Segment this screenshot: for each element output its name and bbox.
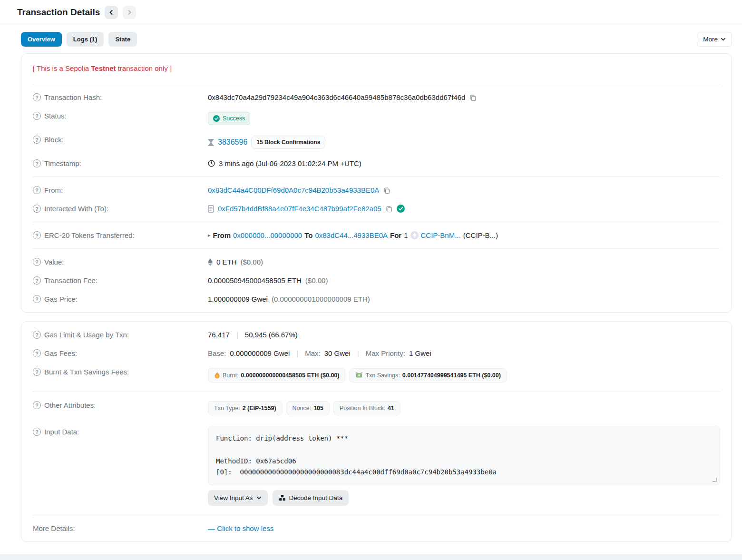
transfer-from-label: From bbox=[213, 231, 231, 239]
erc20-label-group: ? ERC-20 Tokens Transferred: bbox=[33, 231, 208, 239]
hourglass-icon bbox=[208, 139, 214, 146]
help-icon[interactable]: ? bbox=[33, 93, 41, 101]
help-icon[interactable]: ? bbox=[33, 159, 41, 167]
copy-interacted-with-address-button[interactable] bbox=[385, 205, 393, 213]
transaction-fee-usd: ($0.00) bbox=[305, 276, 328, 285]
help-icon[interactable]: ? bbox=[33, 112, 41, 120]
block-number-link[interactable]: 3836596 bbox=[218, 138, 247, 147]
gas-fees-max-label: Max: bbox=[305, 349, 321, 357]
decode-input-data-button[interactable]: Decode Input Data bbox=[273, 490, 349, 506]
help-icon[interactable]: ? bbox=[33, 136, 41, 144]
block-row: ? Block: 3836596 15 Block Confirmations bbox=[33, 130, 720, 154]
value-usd: ($0.00) bbox=[241, 258, 264, 266]
interacted-with-label: Interacted With (To): bbox=[44, 205, 108, 213]
eth-diamond-icon bbox=[208, 258, 213, 266]
position-in-block-label: Position In Block: bbox=[340, 405, 385, 412]
help-icon[interactable]: ? bbox=[33, 331, 41, 339]
input-data-label: Input Data: bbox=[44, 428, 79, 436]
gas-limit-usage-label: Gas Limit & Usage by Txn: bbox=[44, 331, 129, 339]
timestamp-label-group: ? Timestamp: bbox=[33, 159, 208, 167]
transaction-fee-label-group: ? Transaction Fee: bbox=[33, 276, 208, 285]
nonce-badge: Nonce: 105 bbox=[286, 401, 330, 415]
help-icon[interactable]: ? bbox=[33, 368, 41, 376]
chevron-right-icon bbox=[127, 10, 132, 15]
help-icon[interactable]: ? bbox=[33, 231, 41, 239]
chevron-down-icon bbox=[721, 37, 726, 42]
burnt-fees-badge: Burnt: 0.000000000000458505 ETH ($0.00) bbox=[208, 368, 345, 383]
burnt-value: 0.000000000000458505 ETH ($0.00) bbox=[241, 372, 339, 379]
position-in-block-value: 41 bbox=[388, 405, 394, 412]
interacted-with-row: ? Interacted With (To): 0xFd57b4ddBf88a4… bbox=[33, 199, 720, 218]
timestamp-value: 3 mins ago (Jul-06-2023 01:02:24 PM +UTC… bbox=[219, 159, 361, 167]
gas-fees-label-group: ? Gas Fees: bbox=[33, 349, 208, 357]
other-attributes-label: Other Attributes: bbox=[44, 401, 96, 409]
decode-input-data-label: Decode Input Data bbox=[289, 494, 343, 501]
copy-transaction-hash-button[interactable] bbox=[469, 94, 477, 101]
help-icon[interactable]: ? bbox=[33, 401, 41, 409]
input-data-row: ? Input Data: Function: drip(address tok… bbox=[33, 421, 720, 511]
value-row: ? Value: 0 ETH ($0.00) bbox=[33, 253, 720, 271]
testnet-notice-bold: Testnet bbox=[91, 64, 116, 72]
status-label: Status: bbox=[44, 112, 67, 120]
erc20-transfer-label: ERC-20 Tokens Transferred: bbox=[44, 231, 135, 239]
transaction-fee-row: ? Transaction Fee: 0.000050945000458505 … bbox=[33, 271, 720, 290]
click-to-show-less-link[interactable]: — Click to show less bbox=[208, 524, 273, 532]
gas-usage-value: 50,945 (66.67%) bbox=[245, 331, 298, 339]
next-transaction-button[interactable] bbox=[123, 6, 136, 19]
from-label: From: bbox=[44, 186, 63, 194]
other-attributes-label-group: ? Other Attributes: bbox=[33, 401, 208, 409]
block-label-group: ? Block: bbox=[33, 136, 208, 144]
timestamp-row: ? Timestamp: 3 mins ago (Jul-06-2023 01:… bbox=[33, 154, 720, 173]
help-icon[interactable]: ? bbox=[33, 258, 41, 266]
interacted-with-address-link[interactable]: 0xFd57b4ddBf88a4e07fF4e34C487b99af2Fe82a… bbox=[218, 205, 381, 213]
gas-price-label-group: ? Gas Price: bbox=[33, 295, 208, 303]
input-data-textarea[interactable]: Function: drip(address token) *** Method… bbox=[208, 426, 720, 485]
more-details-label: More Details: bbox=[33, 524, 75, 532]
copy-from-address-button[interactable] bbox=[383, 187, 391, 194]
transfer-from-address-link[interactable]: 0x000000...00000000 bbox=[233, 231, 302, 239]
divider bbox=[33, 392, 720, 392]
gas-limit-usage-label-group: ? Gas Limit & Usage by Txn: bbox=[33, 331, 208, 339]
help-icon[interactable]: ? bbox=[33, 276, 41, 285]
burnt-savings-row: ? Burnt & Txn Savings Fees: Burnt: 0.000… bbox=[33, 363, 720, 388]
page-title: Transaction Details bbox=[17, 7, 100, 18]
transaction-hash-label-group: ? Transaction Hash: bbox=[33, 93, 208, 101]
verified-check-icon bbox=[397, 205, 405, 213]
divider bbox=[33, 248, 720, 249]
burnt-savings-label: Burnt & Txn Savings Fees: bbox=[44, 368, 129, 376]
burnt-savings-label-group: ? Burnt & Txn Savings Fees: bbox=[33, 368, 208, 376]
tab-logs[interactable]: Logs (1) bbox=[67, 32, 104, 47]
gas-limit-value: 76,417 bbox=[208, 331, 230, 339]
value-label-group: ? Value: bbox=[33, 258, 208, 266]
tab-overview[interactable]: Overview bbox=[21, 32, 62, 47]
help-icon[interactable]: ? bbox=[33, 186, 41, 194]
erc20-transfer-row: ? ERC-20 Tokens Transferred: ▸ From 0x00… bbox=[33, 226, 720, 245]
more-button[interactable]: More bbox=[697, 32, 732, 47]
gas-limit-usage-row: ? Gas Limit & Usage by Txn: 76,417 | 50,… bbox=[33, 325, 720, 344]
caret-right-icon: ▸ bbox=[208, 232, 211, 238]
gas-fees-row: ? Gas Fees: Base: 0.000000009 Gwei | Max… bbox=[33, 344, 720, 363]
from-address-link[interactable]: 0x83dC44a4C00DFf69d0A0c7c94B20b53a4933BE… bbox=[208, 186, 379, 194]
nonce-label: Nonce: bbox=[293, 405, 312, 412]
tab-state[interactable]: State bbox=[108, 32, 137, 47]
testnet-notice-prefix: [ This is a Sepolia bbox=[33, 64, 91, 72]
help-icon[interactable]: ? bbox=[33, 428, 41, 436]
footer-background-strip bbox=[0, 554, 742, 560]
help-icon[interactable]: ? bbox=[33, 205, 41, 213]
help-icon[interactable]: ? bbox=[33, 349, 41, 357]
tab-bar: Overview Logs (1) State More bbox=[0, 24, 742, 53]
more-button-label: More bbox=[703, 36, 718, 43]
transfer-to-address-link[interactable]: 0x83dC44...4933BE0A bbox=[315, 231, 388, 239]
input-data-label-group: ? Input Data: bbox=[33, 426, 208, 436]
money-wings-icon bbox=[355, 372, 363, 378]
chevron-down-icon bbox=[256, 495, 262, 501]
gas-price-label: Gas Price: bbox=[44, 295, 78, 303]
view-input-as-button[interactable]: View Input As bbox=[208, 490, 268, 506]
block-label: Block: bbox=[44, 136, 64, 144]
help-icon[interactable]: ? bbox=[33, 295, 41, 303]
previous-transaction-button[interactable] bbox=[105, 6, 118, 19]
token-name-link[interactable]: CCIP-BnM... bbox=[421, 231, 461, 239]
transaction-hash-value: 0x843dc70a4a29d79234c49a904c363d6c46640a… bbox=[208, 93, 465, 101]
decode-cubes-icon bbox=[279, 494, 286, 501]
from-row: ? From: 0x83dC44a4C00DFf69d0A0c7c94B20b5… bbox=[33, 181, 720, 199]
